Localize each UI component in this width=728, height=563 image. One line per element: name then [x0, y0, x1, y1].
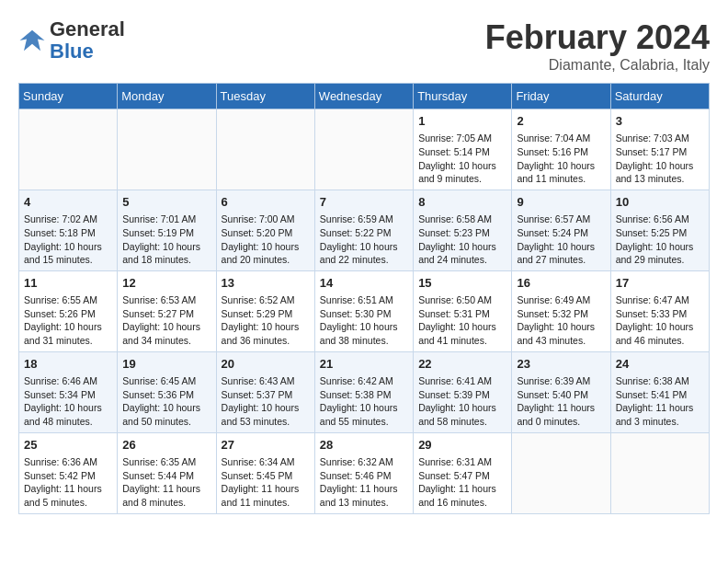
day-info: Daylight: 10 hours [418, 240, 506, 254]
day-info: Sunset: 5:42 PM [24, 469, 112, 483]
day-info: and 27 minutes. [517, 253, 605, 267]
day-info: Sunset: 5:24 PM [517, 226, 605, 240]
calendar-table: SundayMondayTuesdayWednesdayThursdayFrid… [18, 83, 710, 514]
day-info: Daylight: 10 hours [222, 320, 310, 334]
day-info: Daylight: 10 hours [418, 159, 506, 173]
day-number: 21 [320, 356, 408, 373]
calendar-cell: 14Sunrise: 6:51 AMSunset: 5:30 PMDayligh… [314, 270, 413, 351]
day-info: Sunrise: 6:53 AM [122, 293, 210, 307]
day-info: and 8 minutes. [122, 496, 210, 510]
calendar-cell [610, 432, 709, 513]
day-info: Sunrise: 6:41 AM [418, 374, 506, 388]
title-block: February 2024 Diamante, Calabria, Italy [485, 18, 710, 74]
day-info: Sunset: 5:33 PM [616, 307, 704, 321]
calendar-cell: 7Sunrise: 6:59 AMSunset: 5:22 PMDaylight… [314, 190, 413, 270]
day-number: 6 [222, 194, 310, 211]
day-info: and 0 minutes. [517, 415, 605, 429]
day-info: Sunset: 5:41 PM [616, 388, 704, 402]
day-info: Sunrise: 6:50 AM [418, 293, 506, 307]
calendar-cell [216, 109, 314, 190]
calendar-week-1: 4Sunrise: 7:02 AMSunset: 5:18 PMDaylight… [19, 190, 710, 270]
day-info: Daylight: 10 hours [418, 320, 506, 334]
day-info: Sunrise: 6:36 AM [24, 455, 112, 469]
calendar-cell: 12Sunrise: 6:53 AMSunset: 5:27 PMDayligh… [118, 270, 216, 351]
day-info: Sunrise: 7:03 AM [616, 132, 704, 145]
calendar-cell: 26Sunrise: 6:35 AMSunset: 5:44 PMDayligh… [118, 432, 216, 513]
day-info: Sunrise: 7:05 AM [418, 132, 506, 145]
calendar-cell: 25Sunrise: 6:36 AMSunset: 5:42 PMDayligh… [19, 432, 118, 513]
day-info: Sunrise: 6:49 AM [517, 293, 605, 307]
day-info: Sunset: 5:19 PM [122, 226, 210, 240]
day-info: Sunset: 5:18 PM [24, 226, 112, 240]
day-info: Sunrise: 7:00 AM [222, 213, 310, 226]
calendar-cell: 21Sunrise: 6:42 AMSunset: 5:38 PMDayligh… [314, 351, 413, 432]
svg-marker-0 [20, 30, 45, 52]
calendar-cell: 20Sunrise: 6:43 AMSunset: 5:37 PMDayligh… [216, 351, 314, 432]
page-header: GeneralBlue February 2024 Diamante, Cala… [18, 18, 710, 74]
day-info: Daylight: 10 hours [320, 401, 408, 415]
weekday-header-tuesday: Tuesday [216, 84, 314, 109]
day-info: Daylight: 10 hours [222, 240, 310, 254]
logo: GeneralBlue [18, 18, 125, 63]
day-info: Sunrise: 6:31 AM [418, 455, 506, 469]
day-info: Sunset: 5:27 PM [122, 307, 210, 321]
day-info: and 11 minutes. [517, 172, 605, 186]
calendar-cell: 13Sunrise: 6:52 AMSunset: 5:29 PMDayligh… [216, 270, 314, 351]
calendar-cell [118, 109, 216, 190]
day-info: Sunrise: 6:47 AM [616, 293, 704, 307]
calendar-cell: 9Sunrise: 6:57 AMSunset: 5:24 PMDaylight… [512, 190, 610, 270]
calendar-cell: 17Sunrise: 6:47 AMSunset: 5:33 PMDayligh… [610, 270, 709, 351]
day-info: Daylight: 10 hours [222, 401, 310, 415]
day-info: Sunset: 5:47 PM [418, 469, 506, 483]
day-info: and 16 minutes. [418, 496, 506, 510]
day-info: Daylight: 10 hours [122, 401, 210, 415]
day-number: 29 [418, 437, 506, 454]
weekday-header-saturday: Saturday [610, 84, 709, 109]
day-info: Sunrise: 6:34 AM [222, 455, 310, 469]
calendar-cell [512, 432, 610, 513]
day-info: Sunrise: 6:43 AM [222, 374, 310, 388]
day-info: Sunset: 5:37 PM [222, 388, 310, 402]
day-number: 22 [418, 356, 506, 373]
day-info: Sunset: 5:14 PM [418, 145, 506, 159]
calendar-cell: 29Sunrise: 6:31 AMSunset: 5:47 PMDayligh… [414, 432, 512, 513]
day-number: 11 [24, 275, 112, 292]
day-info: Sunrise: 6:58 AM [418, 213, 506, 226]
day-info: and 43 minutes. [517, 334, 605, 348]
day-info: Daylight: 10 hours [24, 240, 112, 254]
day-number: 3 [616, 113, 704, 130]
day-info: Sunset: 5:26 PM [24, 307, 112, 321]
day-info: and 13 minutes. [616, 172, 704, 186]
day-info: Sunrise: 6:42 AM [320, 374, 408, 388]
day-number: 19 [122, 356, 210, 373]
day-info: Daylight: 10 hours [320, 240, 408, 254]
day-info: Sunrise: 6:55 AM [24, 293, 112, 307]
day-info: Sunrise: 6:56 AM [616, 213, 704, 226]
day-info: Sunset: 5:46 PM [320, 469, 408, 483]
day-number: 26 [122, 437, 210, 454]
day-number: 12 [122, 275, 210, 292]
calendar-cell: 18Sunrise: 6:46 AMSunset: 5:34 PMDayligh… [19, 351, 118, 432]
day-number: 15 [418, 275, 506, 292]
day-info: Sunset: 5:36 PM [122, 388, 210, 402]
day-info: Daylight: 10 hours [616, 240, 704, 254]
day-info: Sunset: 5:16 PM [517, 145, 605, 159]
day-info: Sunrise: 7:02 AM [24, 213, 112, 226]
day-info: Daylight: 10 hours [517, 159, 605, 173]
weekday-header-monday: Monday [118, 84, 216, 109]
day-info: and 11 minutes. [222, 496, 310, 510]
day-number: 14 [320, 275, 408, 292]
day-info: and 13 minutes. [320, 496, 408, 510]
day-info: Sunset: 5:29 PM [222, 307, 310, 321]
day-number: 1 [418, 113, 506, 130]
day-info: and 3 minutes. [616, 415, 704, 429]
day-info: Sunrise: 6:52 AM [222, 293, 310, 307]
day-info: Sunset: 5:39 PM [418, 388, 506, 402]
day-info: Sunset: 5:22 PM [320, 226, 408, 240]
day-info: and 9 minutes. [418, 172, 506, 186]
day-info: Daylight: 10 hours [616, 320, 704, 334]
day-number: 25 [24, 437, 112, 454]
day-info: Daylight: 10 hours [616, 159, 704, 173]
day-info: and 20 minutes. [222, 253, 310, 267]
day-info: Sunset: 5:32 PM [517, 307, 605, 321]
